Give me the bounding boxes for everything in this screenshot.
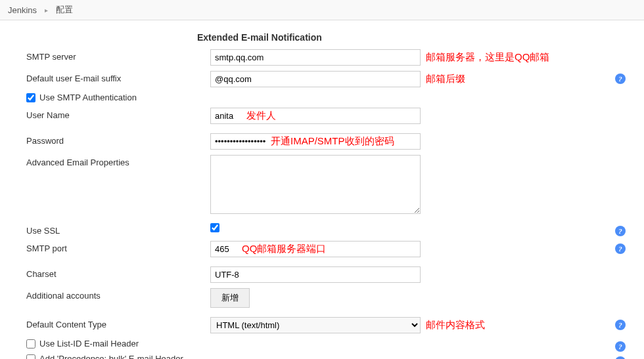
config-form: Extended E-mail Notification SMTP server…	[0, 20, 644, 359]
breadcrumb-page[interactable]: 配置	[56, 4, 73, 16]
charset-label: Charset	[13, 266, 210, 279]
additional-accounts-label: Additional accounts	[13, 288, 210, 301]
help-icon[interactable]: ?	[615, 356, 626, 359]
username-input[interactable]	[210, 108, 421, 124]
annotation-smtp-server: 邮箱服务器，这里是QQ邮箱	[426, 51, 549, 64]
smtp-server-input[interactable]	[210, 49, 421, 66]
adv-props-textarea[interactable]	[210, 155, 421, 214]
help-icon[interactable]: ?	[615, 243, 626, 254]
use-ssl-checkbox[interactable]	[210, 223, 219, 232]
precedence-checkbox[interactable]	[26, 354, 35, 360]
email-suffix-input[interactable]	[210, 71, 421, 87]
annotation-password: 开通IMAP/SMTP收到的密码	[271, 135, 394, 148]
use-ssl-label: Use SSL	[13, 223, 210, 236]
content-type-select[interactable]: HTML (text/html)	[210, 317, 421, 333]
section-title: Extended E-mail Notification	[197, 27, 631, 49]
smtp-port-label: SMTP port	[13, 241, 210, 253]
add-account-button[interactable]: 新增	[210, 288, 250, 308]
annotation-content-type: 邮件内容格式	[426, 319, 485, 331]
help-icon[interactable]: ?	[615, 341, 626, 352]
content-type-label: Default Content Type	[13, 317, 210, 329]
annotation-email-suffix: 邮箱后缀	[426, 73, 465, 85]
username-label: User Name	[13, 108, 210, 120]
help-icon[interactable]: ?	[615, 226, 626, 236]
breadcrumb-root[interactable]: Jenkins	[8, 5, 37, 15]
adv-props-label: Advanced Email Properties	[13, 155, 210, 167]
chevron-right-icon: ▸	[45, 7, 48, 14]
help-icon[interactable]: ?	[615, 320, 626, 330]
breadcrumb: Jenkins ▸ 配置	[0, 0, 644, 20]
smtp-server-label: SMTP server	[13, 49, 210, 62]
precedence-label: Add 'Precedence: bulk' E-mail Header	[39, 354, 183, 359]
email-suffix-label: Default user E-mail suffix	[13, 71, 210, 83]
charset-input[interactable]	[210, 266, 421, 283]
list-id-checkbox[interactable]	[26, 339, 35, 348]
annotation-smtp-port: QQ邮箱服务器端口	[242, 243, 326, 255]
annotation-username: 发件人	[246, 110, 276, 122]
list-id-label: Use List-ID E-mail Header	[39, 339, 139, 348]
help-icon[interactable]: ?	[615, 74, 626, 84]
password-label: Password	[13, 133, 210, 146]
use-auth-checkbox[interactable]	[26, 93, 35, 102]
use-auth-label: Use SMTP Authentication	[39, 93, 137, 102]
